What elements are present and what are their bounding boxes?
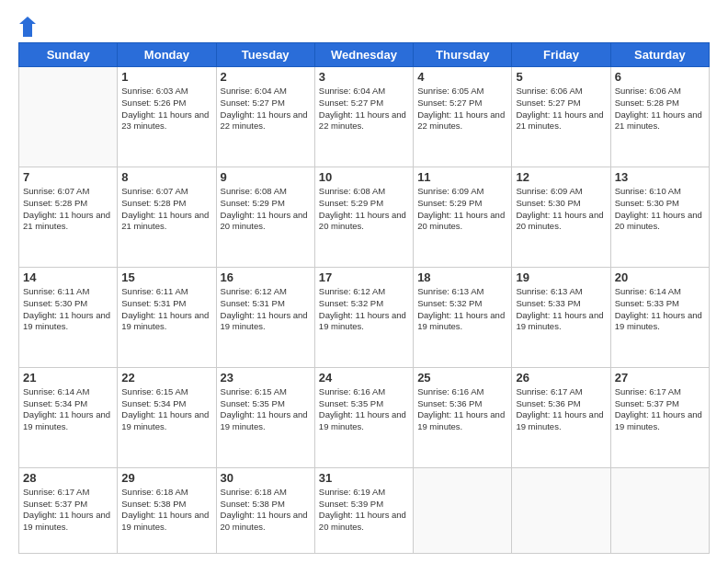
calendar-cell: 21Sunrise: 6:14 AMSunset: 5:34 PMDayligh… <box>19 367 118 467</box>
cell-date-number: 5 <box>516 70 606 84</box>
cell-info: Sunrise: 6:05 AMSunset: 5:27 PMDaylight:… <box>417 86 507 132</box>
cell-info: Sunrise: 6:10 AMSunset: 5:30 PMDaylight:… <box>615 186 705 233</box>
calendar-cell: 10Sunrise: 6:08 AMSunset: 5:29 PMDayligh… <box>314 167 413 267</box>
cell-info: Sunrise: 6:07 AMSunset: 5:28 PMDaylight:… <box>121 186 211 233</box>
cell-date-number: 20 <box>615 270 705 284</box>
cell-date-number: 17 <box>319 270 409 284</box>
calendar-cell: 12Sunrise: 6:09 AMSunset: 5:30 PMDayligh… <box>512 167 610 267</box>
cell-date-number: 9 <box>221 170 311 184</box>
calendar-header-friday: Friday <box>512 43 610 67</box>
cell-info: Sunrise: 6:07 AMSunset: 5:28 PMDaylight:… <box>23 186 113 233</box>
cell-info: Sunrise: 6:03 AMSunset: 5:26 PMDaylight:… <box>121 86 211 132</box>
calendar-cell: 14Sunrise: 6:11 AMSunset: 5:30 PMDayligh… <box>19 267 118 367</box>
cell-date-number: 15 <box>121 270 211 284</box>
cell-info: Sunrise: 6:18 AMSunset: 5:38 PMDaylight:… <box>121 487 211 534</box>
cell-info: Sunrise: 6:19 AMSunset: 5:39 PMDaylight:… <box>319 487 409 534</box>
cell-info: Sunrise: 6:17 AMSunset: 5:36 PMDaylight:… <box>516 386 606 433</box>
calendar-cell: 19Sunrise: 6:13 AMSunset: 5:33 PMDayligh… <box>512 267 610 367</box>
cell-date-number: 7 <box>23 170 113 184</box>
logo <box>18 17 36 35</box>
calendar-header-tuesday: Tuesday <box>216 43 314 67</box>
calendar-week-2: 7Sunrise: 6:07 AMSunset: 5:28 PMDaylight… <box>19 167 710 267</box>
calendar-cell: 27Sunrise: 6:17 AMSunset: 5:37 PMDayligh… <box>610 367 709 467</box>
cell-info: Sunrise: 6:18 AMSunset: 5:38 PMDaylight:… <box>221 487 311 534</box>
cell-date-number: 14 <box>23 270 113 284</box>
calendar-header-sunday: Sunday <box>19 43 118 67</box>
cell-info: Sunrise: 6:14 AMSunset: 5:34 PMDaylight:… <box>23 386 113 433</box>
calendar-cell: 4Sunrise: 6:05 AMSunset: 5:27 PMDaylight… <box>414 67 512 167</box>
cell-info: Sunrise: 6:15 AMSunset: 5:34 PMDaylight:… <box>121 386 211 433</box>
cell-info: Sunrise: 6:11 AMSunset: 5:31 PMDaylight:… <box>121 286 211 333</box>
cell-info: Sunrise: 6:12 AMSunset: 5:31 PMDaylight:… <box>221 286 311 333</box>
cell-info: Sunrise: 6:14 AMSunset: 5:33 PMDaylight:… <box>615 286 705 333</box>
logo-icon <box>19 17 36 37</box>
calendar-week-4: 21Sunrise: 6:14 AMSunset: 5:34 PMDayligh… <box>19 367 710 467</box>
cell-date-number: 21 <box>23 371 113 385</box>
calendar-header-wednesday: Wednesday <box>314 43 413 67</box>
calendar-cell: 30Sunrise: 6:18 AMSunset: 5:38 PMDayligh… <box>216 467 314 553</box>
calendar-cell: 20Sunrise: 6:14 AMSunset: 5:33 PMDayligh… <box>610 267 709 367</box>
calendar-cell: 16Sunrise: 6:12 AMSunset: 5:31 PMDayligh… <box>216 267 314 367</box>
header <box>18 17 710 35</box>
cell-date-number: 26 <box>516 371 606 385</box>
cell-date-number: 28 <box>23 471 113 485</box>
cell-date-number: 25 <box>417 371 507 385</box>
calendar-cell: 17Sunrise: 6:12 AMSunset: 5:32 PMDayligh… <box>314 267 413 367</box>
calendar-cell: 26Sunrise: 6:17 AMSunset: 5:36 PMDayligh… <box>512 367 610 467</box>
calendar-cell: 7Sunrise: 6:07 AMSunset: 5:28 PMDaylight… <box>19 167 118 267</box>
calendar-cell: 11Sunrise: 6:09 AMSunset: 5:29 PMDayligh… <box>414 167 512 267</box>
cell-date-number: 11 <box>417 170 507 184</box>
calendar-header-thursday: Thursday <box>414 43 512 67</box>
cell-info: Sunrise: 6:04 AMSunset: 5:27 PMDaylight:… <box>221 86 311 132</box>
calendar-week-1: 1Sunrise: 6:03 AMSunset: 5:26 PMDaylight… <box>19 67 710 167</box>
cell-info: Sunrise: 6:11 AMSunset: 5:30 PMDaylight:… <box>23 286 113 333</box>
cell-info: Sunrise: 6:15 AMSunset: 5:35 PMDaylight:… <box>221 386 311 433</box>
calendar-cell: 24Sunrise: 6:16 AMSunset: 5:35 PMDayligh… <box>314 367 413 467</box>
cell-info: Sunrise: 6:13 AMSunset: 5:32 PMDaylight:… <box>417 286 507 333</box>
cell-date-number: 2 <box>221 70 311 84</box>
page: SundayMondayTuesdayWednesdayThursdayFrid… <box>0 0 728 563</box>
cell-date-number: 30 <box>221 471 311 485</box>
calendar-cell: 8Sunrise: 6:07 AMSunset: 5:28 PMDaylight… <box>118 167 216 267</box>
cell-date-number: 1 <box>121 70 211 84</box>
cell-info: Sunrise: 6:04 AMSunset: 5:27 PMDaylight:… <box>319 86 409 132</box>
calendar-cell: 29Sunrise: 6:18 AMSunset: 5:38 PMDayligh… <box>118 467 216 553</box>
cell-info: Sunrise: 6:06 AMSunset: 5:27 PMDaylight:… <box>516 86 606 132</box>
calendar-cell: 22Sunrise: 6:15 AMSunset: 5:34 PMDayligh… <box>118 367 216 467</box>
calendar-cell: 13Sunrise: 6:10 AMSunset: 5:30 PMDayligh… <box>610 167 709 267</box>
calendar-cell <box>19 67 118 167</box>
calendar-header-monday: Monday <box>118 43 216 67</box>
calendar-cell <box>414 467 512 553</box>
cell-info: Sunrise: 6:16 AMSunset: 5:35 PMDaylight:… <box>319 386 409 433</box>
cell-info: Sunrise: 6:13 AMSunset: 5:33 PMDaylight:… <box>516 286 606 333</box>
calendar-cell: 15Sunrise: 6:11 AMSunset: 5:31 PMDayligh… <box>118 267 216 367</box>
cell-info: Sunrise: 6:17 AMSunset: 5:37 PMDaylight:… <box>23 487 113 534</box>
calendar-header-row: SundayMondayTuesdayWednesdayThursdayFrid… <box>19 43 710 67</box>
cell-date-number: 13 <box>615 170 705 184</box>
cell-date-number: 23 <box>221 371 311 385</box>
calendar-week-5: 28Sunrise: 6:17 AMSunset: 5:37 PMDayligh… <box>19 467 710 553</box>
cell-date-number: 19 <box>516 270 606 284</box>
calendar-cell: 3Sunrise: 6:04 AMSunset: 5:27 PMDaylight… <box>314 67 413 167</box>
cell-date-number: 18 <box>417 270 507 284</box>
cell-info: Sunrise: 6:06 AMSunset: 5:28 PMDaylight:… <box>615 86 705 132</box>
cell-info: Sunrise: 6:17 AMSunset: 5:37 PMDaylight:… <box>615 386 705 433</box>
calendar-cell: 9Sunrise: 6:08 AMSunset: 5:29 PMDaylight… <box>216 167 314 267</box>
cell-date-number: 27 <box>615 371 705 385</box>
calendar-cell <box>512 467 610 553</box>
calendar-cell: 23Sunrise: 6:15 AMSunset: 5:35 PMDayligh… <box>216 367 314 467</box>
calendar-cell: 25Sunrise: 6:16 AMSunset: 5:36 PMDayligh… <box>414 367 512 467</box>
calendar-cell: 31Sunrise: 6:19 AMSunset: 5:39 PMDayligh… <box>314 467 413 553</box>
cell-info: Sunrise: 6:09 AMSunset: 5:30 PMDaylight:… <box>516 186 606 233</box>
calendar-week-3: 14Sunrise: 6:11 AMSunset: 5:30 PMDayligh… <box>19 267 710 367</box>
cell-info: Sunrise: 6:08 AMSunset: 5:29 PMDaylight:… <box>221 186 311 233</box>
cell-info: Sunrise: 6:12 AMSunset: 5:32 PMDaylight:… <box>319 286 409 333</box>
calendar-cell: 5Sunrise: 6:06 AMSunset: 5:27 PMDaylight… <box>512 67 610 167</box>
calendar-cell: 6Sunrise: 6:06 AMSunset: 5:28 PMDaylight… <box>610 67 709 167</box>
calendar-cell <box>610 467 709 553</box>
cell-date-number: 4 <box>417 70 507 84</box>
cell-info: Sunrise: 6:16 AMSunset: 5:36 PMDaylight:… <box>417 386 507 433</box>
cell-info: Sunrise: 6:08 AMSunset: 5:29 PMDaylight:… <box>319 186 409 233</box>
cell-date-number: 24 <box>319 371 409 385</box>
cell-date-number: 29 <box>121 471 211 485</box>
